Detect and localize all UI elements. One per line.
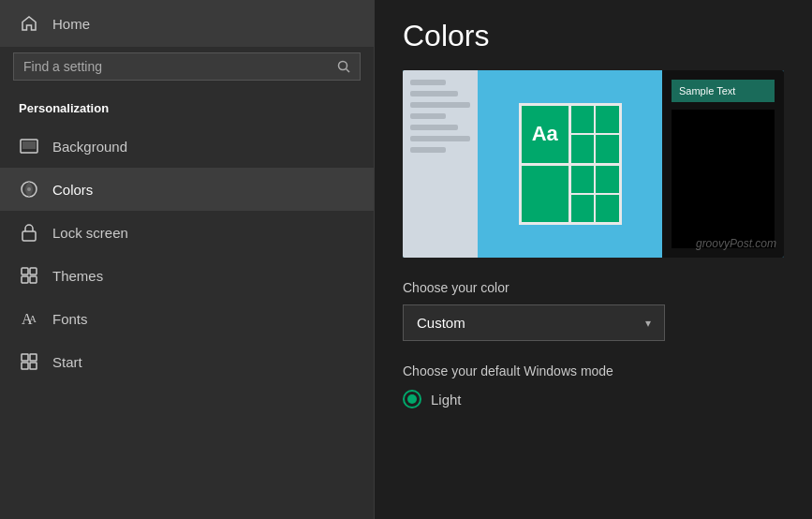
sidebar-item-label: Start <box>52 354 82 370</box>
sidebar-home-button[interactable]: Home <box>0 0 374 47</box>
home-label: Home <box>52 16 90 32</box>
svg-text:A: A <box>29 313 37 324</box>
sidebar-item-colors[interactable]: Colors <box>0 168 374 211</box>
color-preview: Aa Sample T <box>403 70 784 258</box>
fonts-icon: A A <box>19 308 39 329</box>
watermark: groovyPost.com <box>696 237 776 250</box>
preview-line <box>410 102 470 108</box>
search-box[interactable] <box>13 52 361 81</box>
search-icon <box>337 60 350 73</box>
themes-icon <box>19 265 39 286</box>
svg-rect-7 <box>22 268 28 274</box>
color-section-label: Choose your color <box>403 280 784 295</box>
preview-window: Aa <box>519 103 622 225</box>
svg-rect-14 <box>30 354 37 361</box>
sidebar-item-label: Themes <box>52 268 103 284</box>
preview-line <box>410 80 446 85</box>
dropdown-value: Custom <box>417 315 465 331</box>
sidebar-item-start[interactable]: Start <box>0 340 374 383</box>
page-title: Colors <box>403 19 784 53</box>
preview-aa-tile: Aa <box>522 106 569 163</box>
sidebar-item-fonts[interactable]: A A Fonts <box>0 297 374 340</box>
svg-rect-3 <box>22 141 36 149</box>
preview-right-panel: Sample Text <box>662 70 784 258</box>
preview-tile-group <box>571 166 619 223</box>
svg-rect-15 <box>22 363 28 369</box>
svg-line-1 <box>347 69 350 73</box>
preview-small-tile <box>596 195 618 222</box>
svg-rect-16 <box>30 363 37 369</box>
preview-left-panel <box>403 70 478 258</box>
preview-center-panel: Aa <box>478 70 662 258</box>
svg-point-5 <box>27 187 31 191</box>
preview-dark-body <box>672 110 775 248</box>
preview-line <box>410 113 446 119</box>
svg-rect-9 <box>22 276 28 283</box>
preview-line <box>410 136 470 141</box>
preview-small-tile <box>571 166 594 193</box>
home-icon <box>19 13 39 34</box>
sidebar-item-background[interactable]: Background <box>0 125 374 168</box>
main-content: Colors Aa <box>375 0 812 519</box>
lock-screen-icon <box>19 222 39 243</box>
color-dropdown-wrapper: Custom ▾ <box>403 304 784 341</box>
preview-small-tile <box>596 135 618 162</box>
light-radio-button[interactable] <box>403 390 421 408</box>
preview-small-tile <box>571 106 594 133</box>
preview-sample-text: Sample Text <box>672 80 775 102</box>
color-dropdown[interactable]: Custom ▾ <box>403 304 665 341</box>
svg-rect-13 <box>22 354 28 361</box>
preview-line <box>410 125 458 130</box>
chevron-down-icon: ▾ <box>645 317 651 330</box>
sidebar-item-lock-screen[interactable]: Lock screen <box>0 211 374 254</box>
preview-line <box>410 91 458 96</box>
preview-small-tile <box>571 195 594 222</box>
svg-rect-6 <box>22 231 36 241</box>
preview-small-tile <box>571 135 594 162</box>
section-label: Personalization <box>0 94 374 125</box>
preview-small-tile <box>596 166 618 193</box>
background-icon <box>19 136 39 156</box>
sidebar-item-label: Lock screen <box>52 225 128 241</box>
sidebar-item-themes[interactable]: Themes <box>0 254 374 297</box>
windows-mode-label: Choose your default Windows mode <box>403 363 784 378</box>
preview-line <box>410 147 446 153</box>
svg-rect-10 <box>30 276 37 283</box>
light-radio-label: Light <box>431 392 462 408</box>
svg-point-0 <box>339 62 347 70</box>
start-icon <box>19 351 39 372</box>
sidebar: Home Personalization Background Colors <box>0 0 375 519</box>
sidebar-item-label: Background <box>52 139 127 155</box>
preview-tile <box>522 166 569 223</box>
preview-small-tile <box>596 106 618 133</box>
colors-icon <box>19 179 39 200</box>
search-input[interactable] <box>23 59 330 74</box>
sidebar-item-label: Colors <box>52 182 93 198</box>
sidebar-item-label: Fonts <box>52 311 88 327</box>
light-radio-row[interactable]: Light <box>403 390 784 408</box>
svg-rect-8 <box>30 268 37 274</box>
preview-tile-group <box>571 106 619 163</box>
